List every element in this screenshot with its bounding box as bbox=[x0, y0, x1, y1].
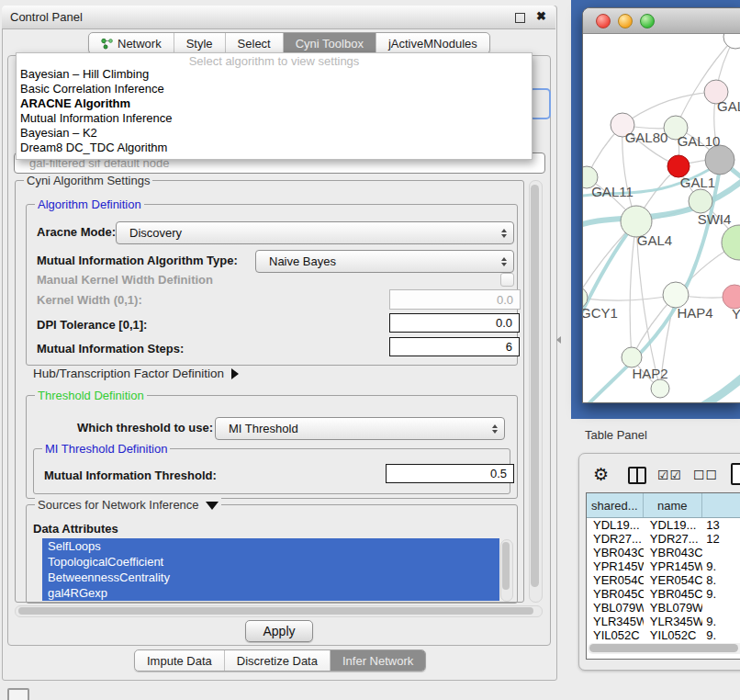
mi-threshold-label: Mutual Information Threshold: bbox=[44, 469, 217, 482]
table-horizontal-scrollbar[interactable] bbox=[588, 643, 740, 654]
select-all-icon[interactable]: ☑☑ bbox=[657, 468, 682, 482]
network-icon bbox=[101, 38, 113, 50]
deselect-all-icon[interactable]: ☐☐ bbox=[693, 468, 718, 482]
settings-vscroll-thumb[interactable] bbox=[531, 185, 539, 587]
tab-style[interactable]: Style bbox=[174, 33, 225, 53]
network-node[interactable] bbox=[722, 225, 740, 260]
stepper-icon bbox=[501, 257, 507, 266]
table-column-header[interactable]: shared... bbox=[587, 493, 644, 517]
control-panel-titlebar[interactable]: Control Panel ✖ bbox=[2, 6, 555, 29]
bottom-tab-impute-data[interactable]: Impute Data bbox=[135, 650, 224, 671]
table-column-header[interactable]: name bbox=[644, 493, 702, 517]
algorithm-option[interactable]: Dream8 DC_TDC Algorithm bbox=[17, 141, 532, 155]
algorithm-option[interactable]: Bayesian – K2 bbox=[17, 126, 532, 141]
algorithm-option[interactable]: Basic Correlation Inference bbox=[17, 82, 532, 96]
mi-type-combo[interactable]: Naive Bayes bbox=[255, 250, 514, 273]
tab-cyni-toolbox[interactable]: Cyni Toolbox bbox=[283, 33, 376, 53]
table-row[interactable]: YER054CYER054C8. bbox=[587, 573, 740, 587]
network-node-hap4[interactable] bbox=[663, 282, 689, 308]
attribute-item[interactable]: TopologicalCoefficient bbox=[42, 554, 499, 570]
table-row[interactable]: YDL19...YDL19...13 bbox=[587, 518, 740, 532]
table-column-header[interactable] bbox=[702, 493, 740, 517]
manual-kernel-checkbox[interactable] bbox=[500, 273, 514, 287]
table-row[interactable]: YPR145WYPR145W9. bbox=[587, 559, 740, 573]
edge-bundle bbox=[679, 356, 740, 402]
node-label: GAL11 bbox=[591, 184, 633, 199]
network-graph[interactable]: GALGAL80GAL10GAL1GAL11SWI4GAL4GCY1HAP4YH… bbox=[583, 34, 740, 402]
network-node[interactable] bbox=[723, 34, 740, 49]
table-row[interactable]: YDR27...YDR27...12 bbox=[587, 532, 740, 546]
table-row[interactable]: YBL079WYBL079W bbox=[587, 601, 740, 615]
columns-icon[interactable] bbox=[628, 467, 646, 484]
tab-network[interactable]: Network bbox=[89, 33, 174, 53]
table-cell: YLR345W bbox=[644, 615, 702, 628]
threshold-definition-label: Threshold Definition bbox=[35, 389, 147, 402]
table-cell: 13 bbox=[702, 518, 740, 532]
settings-horizontal-scrollbar[interactable] bbox=[15, 605, 543, 617]
attributes-scroll-thumb[interactable] bbox=[502, 542, 510, 590]
table-row[interactable]: YBR045CYBR045C9. bbox=[587, 587, 740, 601]
attribute-item[interactable]: SelfLoops bbox=[42, 538, 499, 554]
bottom-tab-discretize-data[interactable]: Discretize Data bbox=[224, 650, 330, 671]
which-threshold-value: MI Threshold bbox=[216, 422, 298, 435]
which-threshold-combo[interactable]: MI Threshold bbox=[215, 417, 505, 440]
tab-label: Network bbox=[118, 37, 162, 51]
kernel-width-field[interactable]: 0.0 bbox=[389, 289, 521, 310]
network-node-swi4[interactable] bbox=[689, 189, 712, 213]
attribute-item[interactable]: BetweennessCentrality bbox=[42, 570, 499, 585]
table-row[interactable]: YIL052CYIL052C9. bbox=[587, 628, 740, 642]
dpi-tolerance-field[interactable]: 0.0 bbox=[389, 313, 520, 333]
table-row[interactable]: YLR345WYLR345W9. bbox=[587, 615, 740, 628]
table-cell: YDR27... bbox=[644, 532, 702, 546]
table-cell: YPR145W bbox=[587, 559, 644, 573]
splitter-collapse-icon[interactable] bbox=[556, 336, 561, 344]
attributes-scrollbar[interactable] bbox=[500, 539, 513, 602]
network-view-window[interactable]: GALGAL80GAL10GAL1GAL11SWI4GAL4GCY1HAP4YH… bbox=[582, 7, 740, 403]
close-traffic-light-icon[interactable] bbox=[596, 14, 611, 28]
bottom-tab-label: Impute Data bbox=[147, 654, 212, 668]
sources-toggle[interactable]: Sources for Network Inference bbox=[35, 498, 221, 512]
aracne-mode-combo[interactable]: Discovery bbox=[116, 221, 514, 244]
table-cell: YER054C bbox=[644, 573, 702, 587]
algorithm-option[interactable]: Mutual Information Inference bbox=[17, 111, 532, 126]
algorithm-placeholder: Select algorithm to view settings bbox=[17, 53, 532, 67]
network-edge bbox=[583, 295, 676, 300]
table-cell: YER054C bbox=[587, 573, 644, 587]
network-node[interactable] bbox=[651, 379, 669, 398]
close-icon[interactable]: ✖ bbox=[536, 9, 546, 23]
network-canvas[interactable]: GALGAL80GAL10GAL1GAL11SWI4GAL4GCY1HAP4YH… bbox=[583, 34, 740, 402]
zoom-traffic-light-icon[interactable] bbox=[640, 14, 655, 28]
mi-steps-field[interactable]: 6 bbox=[389, 337, 520, 356]
table-row[interactable]: YBR043CYBR043C bbox=[587, 546, 740, 559]
control-panel-title: Control Panel bbox=[2, 10, 83, 24]
bottom-tab-infer-network[interactable]: Infer Network bbox=[330, 650, 425, 671]
float-window-icon[interactable] bbox=[515, 13, 525, 23]
document-icon[interactable] bbox=[731, 463, 740, 485]
minimized-widget[interactable] bbox=[7, 688, 29, 700]
network-node[interactable] bbox=[705, 145, 734, 175]
table-cell: YIL052C bbox=[644, 628, 702, 642]
which-threshold-label: Which threshold to use: bbox=[77, 421, 213, 435]
minimize-traffic-light-icon[interactable] bbox=[618, 14, 633, 28]
data-attributes-list: SelfLoopsTopologicalCoefficientBetweenne… bbox=[42, 538, 499, 601]
attribute-item[interactable]: gal4RGexp bbox=[42, 585, 499, 601]
gear-icon[interactable]: ⚙ bbox=[593, 464, 609, 486]
algorithm-option[interactable]: ARACNE Algorithm bbox=[17, 96, 532, 111]
table-hscroll-thumb[interactable] bbox=[589, 644, 738, 652]
apply-button[interactable]: Apply bbox=[245, 620, 313, 642]
bottom-tab-label: Infer Network bbox=[342, 654, 413, 668]
tab-select[interactable]: Select bbox=[225, 33, 283, 53]
settings-vertical-scrollbar[interactable] bbox=[529, 180, 543, 603]
algorithm-option[interactable]: Bayesian – Hill Climbing bbox=[17, 67, 532, 82]
sources-label: Sources for Network Inference bbox=[38, 498, 199, 512]
hub-section-toggle[interactable]: Hub/Transcription Factor Definition bbox=[33, 367, 239, 380]
table-cell: YPR145W bbox=[644, 559, 702, 573]
settings-hscroll-thumb[interactable] bbox=[18, 607, 533, 615]
table-cell: YBL079W bbox=[587, 601, 644, 615]
network-node-hap2[interactable] bbox=[622, 347, 642, 367]
mi-threshold-value: 0.5 bbox=[490, 467, 507, 480]
tab-jactivemnodules[interactable]: jActiveMNodules bbox=[376, 33, 489, 53]
node-label: Y bbox=[732, 306, 740, 322]
mi-threshold-field[interactable]: 0.5 bbox=[386, 464, 514, 483]
network-window-titlebar[interactable] bbox=[583, 8, 740, 34]
